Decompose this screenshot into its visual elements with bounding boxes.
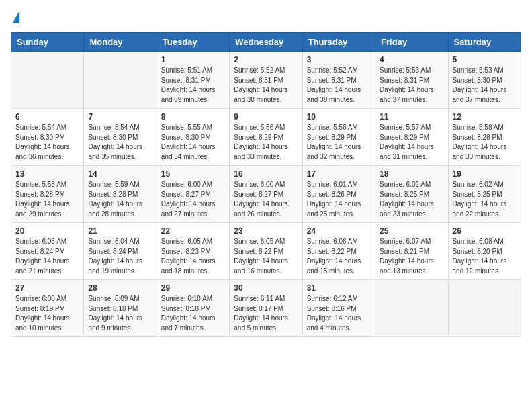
calendar-cell: 1Sunrise: 5:51 AM Sunset: 8:31 PM Daylig… xyxy=(157,52,229,109)
calendar-cell: 26Sunrise: 6:08 AM Sunset: 8:20 PM Dayli… xyxy=(448,223,521,280)
day-number: 17 xyxy=(307,169,371,179)
day-info: Sunrise: 5:54 AM Sunset: 8:30 PM Dayligh… xyxy=(15,123,79,162)
calendar-week-row: 13Sunrise: 5:58 AM Sunset: 8:28 PM Dayli… xyxy=(11,166,521,223)
day-info: Sunrise: 6:01 AM Sunset: 8:26 PM Dayligh… xyxy=(307,180,371,219)
calendar-cell: 15Sunrise: 6:00 AM Sunset: 8:27 PM Dayli… xyxy=(157,166,229,223)
calendar-week-row: 20Sunrise: 6:03 AM Sunset: 8:24 PM Dayli… xyxy=(11,223,521,280)
day-header-saturday: Saturday xyxy=(448,33,521,52)
calendar-cell: 29Sunrise: 6:10 AM Sunset: 8:18 PM Dayli… xyxy=(157,280,229,337)
day-info: Sunrise: 6:07 AM Sunset: 8:21 PM Dayligh… xyxy=(380,237,443,276)
day-info: Sunrise: 5:56 AM Sunset: 8:29 PM Dayligh… xyxy=(234,123,298,162)
day-number: 10 xyxy=(307,112,371,122)
day-number: 23 xyxy=(234,226,298,236)
day-info: Sunrise: 6:05 AM Sunset: 8:22 PM Dayligh… xyxy=(234,237,298,276)
day-header-monday: Monday xyxy=(84,33,157,52)
day-header-tuesday: Tuesday xyxy=(157,33,229,52)
day-number: 30 xyxy=(234,283,298,293)
day-header-sunday: Sunday xyxy=(11,33,84,52)
day-info: Sunrise: 6:12 AM Sunset: 8:16 PM Dayligh… xyxy=(307,294,371,333)
day-number: 27 xyxy=(15,283,79,293)
calendar-cell: 22Sunrise: 6:05 AM Sunset: 8:23 PM Dayli… xyxy=(157,223,229,280)
day-number: 26 xyxy=(453,226,517,236)
day-number: 22 xyxy=(161,226,225,236)
day-number: 24 xyxy=(307,226,371,236)
day-info: Sunrise: 6:10 AM Sunset: 8:18 PM Dayligh… xyxy=(161,294,225,333)
day-info: Sunrise: 5:58 AM Sunset: 8:28 PM Dayligh… xyxy=(15,180,79,219)
day-info: Sunrise: 5:52 AM Sunset: 8:31 PM Dayligh… xyxy=(307,66,371,105)
day-number: 31 xyxy=(307,283,371,293)
day-info: Sunrise: 6:05 AM Sunset: 8:23 PM Dayligh… xyxy=(161,237,225,276)
day-number: 4 xyxy=(380,55,443,64)
day-info: Sunrise: 6:02 AM Sunset: 8:25 PM Dayligh… xyxy=(453,180,517,219)
calendar-cell: 23Sunrise: 6:05 AM Sunset: 8:22 PM Dayli… xyxy=(230,223,302,280)
day-number: 16 xyxy=(234,169,298,179)
calendar-cell xyxy=(11,52,84,109)
calendar-cell: 16Sunrise: 6:00 AM Sunset: 8:27 PM Dayli… xyxy=(230,166,302,223)
day-info: Sunrise: 6:00 AM Sunset: 8:27 PM Dayligh… xyxy=(234,180,298,219)
day-info: Sunrise: 5:59 AM Sunset: 8:28 PM Dayligh… xyxy=(88,180,152,219)
calendar-header-row: SundayMondayTuesdayWednesdayThursdayFrid… xyxy=(11,33,521,52)
day-info: Sunrise: 5:51 AM Sunset: 8:31 PM Dayligh… xyxy=(161,66,225,105)
day-number: 9 xyxy=(234,112,298,122)
day-info: Sunrise: 5:53 AM Sunset: 8:30 PM Dayligh… xyxy=(453,66,517,105)
calendar-cell: 2Sunrise: 5:52 AM Sunset: 8:31 PM Daylig… xyxy=(230,52,302,109)
calendar-cell: 27Sunrise: 6:08 AM Sunset: 8:19 PM Dayli… xyxy=(11,280,84,337)
calendar-cell xyxy=(84,52,157,109)
day-number: 14 xyxy=(88,169,152,179)
day-info: Sunrise: 6:08 AM Sunset: 8:19 PM Dayligh… xyxy=(15,294,79,333)
day-number: 12 xyxy=(453,112,517,122)
calendar-table: SundayMondayTuesdayWednesdayThursdayFrid… xyxy=(11,32,521,337)
day-number: 20 xyxy=(15,226,79,236)
day-info: Sunrise: 6:03 AM Sunset: 8:24 PM Dayligh… xyxy=(15,237,79,276)
calendar-cell: 19Sunrise: 6:02 AM Sunset: 8:25 PM Dayli… xyxy=(448,166,521,223)
calendar-cell xyxy=(448,280,521,337)
day-number: 5 xyxy=(453,55,517,64)
day-number: 1 xyxy=(161,55,225,64)
day-number: 25 xyxy=(380,226,443,236)
calendar-cell: 18Sunrise: 6:02 AM Sunset: 8:25 PM Dayli… xyxy=(375,166,448,223)
day-info: Sunrise: 5:52 AM Sunset: 8:31 PM Dayligh… xyxy=(234,66,298,105)
day-info: Sunrise: 6:04 AM Sunset: 8:24 PM Dayligh… xyxy=(88,237,152,276)
day-info: Sunrise: 6:06 AM Sunset: 8:22 PM Dayligh… xyxy=(307,237,371,276)
calendar-cell: 10Sunrise: 5:56 AM Sunset: 8:29 PM Dayli… xyxy=(302,109,375,166)
day-info: Sunrise: 5:55 AM Sunset: 8:30 PM Dayligh… xyxy=(161,123,225,162)
calendar-cell: 24Sunrise: 6:06 AM Sunset: 8:22 PM Dayli… xyxy=(302,223,375,280)
calendar-cell: 5Sunrise: 5:53 AM Sunset: 8:30 PM Daylig… xyxy=(448,52,521,109)
calendar-cell xyxy=(375,280,448,337)
calendar-cell: 4Sunrise: 5:53 AM Sunset: 8:31 PM Daylig… xyxy=(375,52,448,109)
day-number: 29 xyxy=(161,283,225,293)
day-number: 13 xyxy=(15,169,79,179)
day-number: 8 xyxy=(161,112,225,122)
page-header xyxy=(11,11,521,24)
day-info: Sunrise: 6:09 AM Sunset: 8:18 PM Dayligh… xyxy=(88,294,152,333)
day-info: Sunrise: 6:11 AM Sunset: 8:17 PM Dayligh… xyxy=(234,294,298,333)
day-number: 19 xyxy=(453,169,517,179)
day-number: 15 xyxy=(161,169,225,179)
calendar-cell: 6Sunrise: 5:54 AM Sunset: 8:30 PM Daylig… xyxy=(11,109,84,166)
day-info: Sunrise: 5:56 AM Sunset: 8:29 PM Dayligh… xyxy=(307,123,371,162)
calendar-cell: 21Sunrise: 6:04 AM Sunset: 8:24 PM Dayli… xyxy=(84,223,157,280)
calendar-cell: 11Sunrise: 5:57 AM Sunset: 8:29 PM Dayli… xyxy=(375,109,448,166)
day-info: Sunrise: 5:57 AM Sunset: 8:29 PM Dayligh… xyxy=(380,123,443,162)
calendar-cell: 8Sunrise: 5:55 AM Sunset: 8:30 PM Daylig… xyxy=(157,109,229,166)
day-header-friday: Friday xyxy=(375,33,448,52)
calendar-cell: 9Sunrise: 5:56 AM Sunset: 8:29 PM Daylig… xyxy=(230,109,302,166)
day-info: Sunrise: 5:54 AM Sunset: 8:30 PM Dayligh… xyxy=(88,123,152,162)
calendar-cell: 17Sunrise: 6:01 AM Sunset: 8:26 PM Dayli… xyxy=(302,166,375,223)
calendar-cell: 20Sunrise: 6:03 AM Sunset: 8:24 PM Dayli… xyxy=(11,223,84,280)
day-number: 7 xyxy=(88,112,152,122)
day-info: Sunrise: 6:02 AM Sunset: 8:25 PM Dayligh… xyxy=(380,180,443,219)
day-number: 18 xyxy=(380,169,443,179)
day-info: Sunrise: 6:08 AM Sunset: 8:20 PM Dayligh… xyxy=(453,237,517,276)
calendar-cell: 13Sunrise: 5:58 AM Sunset: 8:28 PM Dayli… xyxy=(11,166,84,223)
logo xyxy=(11,11,19,24)
calendar-cell: 28Sunrise: 6:09 AM Sunset: 8:18 PM Dayli… xyxy=(84,280,157,337)
calendar-cell: 3Sunrise: 5:52 AM Sunset: 8:31 PM Daylig… xyxy=(302,52,375,109)
day-header-wednesday: Wednesday xyxy=(230,33,302,52)
calendar-cell: 31Sunrise: 6:12 AM Sunset: 8:16 PM Dayli… xyxy=(302,280,375,337)
calendar-week-row: 27Sunrise: 6:08 AM Sunset: 8:19 PM Dayli… xyxy=(11,280,521,337)
logo-triangle-icon xyxy=(13,11,19,23)
calendar-week-row: 6Sunrise: 5:54 AM Sunset: 8:30 PM Daylig… xyxy=(11,109,521,166)
calendar-cell: 30Sunrise: 6:11 AM Sunset: 8:17 PM Dayli… xyxy=(230,280,302,337)
calendar-week-row: 1Sunrise: 5:51 AM Sunset: 8:31 PM Daylig… xyxy=(11,52,521,109)
